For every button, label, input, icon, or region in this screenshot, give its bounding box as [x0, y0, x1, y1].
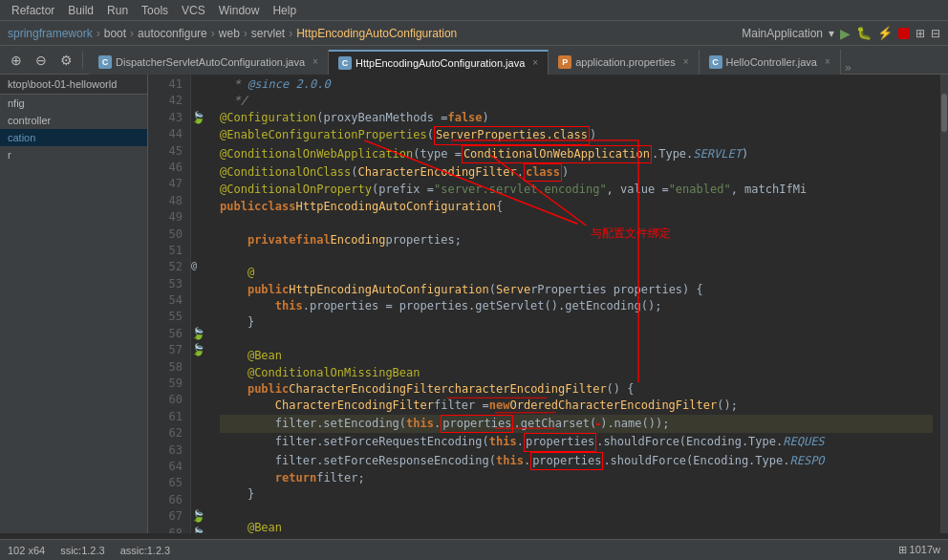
- tab-label-active: HttpEncodingAutoConfiguration.java: [356, 57, 525, 69]
- sidebar-item-r[interactable]: r: [0, 146, 147, 163]
- tabs-bar: C DispatcherServletAutoConfiguration.jav…: [89, 46, 942, 75]
- menu-refactor[interactable]: Refactor: [6, 2, 60, 19]
- code-line-67: @Bean: [220, 520, 933, 533]
- tab-properties-icon: P: [558, 55, 571, 69]
- code-line-44: @EnableConfigurationProperties(ServerPro…: [220, 126, 933, 144]
- sidebar-item-controller[interactable]: controller: [0, 112, 147, 129]
- code-content[interactable]: * @since 2.0.0 */ @Configuration(proxyBe…: [212, 75, 940, 533]
- line-num-50: 50: [148, 226, 183, 243]
- line-num-62: 62: [148, 425, 183, 442]
- code-line-59: public CharacterEncodingFilter character…: [220, 381, 933, 398]
- code-line-41: * @since 2.0.0: [220, 76, 933, 93]
- sidebar-header: ktop\boot-01-helloworld: [0, 75, 147, 95]
- line-num-45: 45: [148, 143, 183, 160]
- code-line-45: @ConditionalOnWebApplication(type = Cond…: [220, 145, 933, 163]
- extra-btn1[interactable]: ⊞: [916, 27, 925, 40]
- line-num-58: 58: [148, 359, 183, 376]
- tab-label: DispatcherServletAutoConfiguration.java: [116, 56, 305, 68]
- line-num-56: 56: [148, 326, 183, 342]
- sidebar-item-cation[interactable]: cation: [0, 129, 147, 146]
- line-num-63: 63: [148, 442, 183, 459]
- menu-tools[interactable]: Tools: [136, 2, 174, 19]
- extra-btn2[interactable]: ⊟: [931, 27, 940, 40]
- line-num-51: 51: [148, 243, 183, 259]
- line-num-46: 46: [148, 160, 183, 176]
- main-area: ktop\boot-01-helloworld nfig controller …: [0, 75, 948, 533]
- tab-dispatcher-servlet[interactable]: C DispatcherServletAutoConfiguration.jav…: [89, 50, 329, 75]
- toolbar-separator: [82, 52, 83, 69]
- breadcrumb-boot[interactable]: boot: [104, 27, 126, 40]
- breadcrumb-current-class[interactable]: HttpEncodingAutoConfiguration: [296, 27, 457, 40]
- tab-hello-icon: C: [709, 55, 722, 69]
- debug-button[interactable]: 🐛: [856, 26, 872, 40]
- tab-java-icon-active: C: [338, 56, 352, 70]
- profile-button[interactable]: ⚡: [877, 26, 893, 40]
- code-line-54: this.properties = properties.getServlet(…: [220, 298, 933, 314]
- code-line-61: filter.setEncoding(this.properties.getCh…: [220, 415, 933, 433]
- settings-button[interactable]: ⚙: [55, 50, 76, 71]
- tab-close-props[interactable]: ×: [683, 56, 689, 67]
- breadcrumb-springframework[interactable]: springframework: [8, 27, 93, 40]
- line-num-41: 41: [148, 76, 183, 93]
- breadcrumb-servlet[interactable]: servlet: [251, 27, 285, 40]
- menu-run[interactable]: Run: [101, 2, 134, 19]
- code-line-65: }: [220, 486, 933, 503]
- menu-window[interactable]: Window: [213, 2, 266, 19]
- line-num-66: 66: [148, 492, 183, 508]
- tab-close-hello[interactable]: ×: [825, 56, 830, 67]
- code-line-53: public HttpEncodingAutoConfiguration(Ser…: [220, 282, 933, 298]
- menu-build[interactable]: Build: [62, 2, 99, 19]
- line-num-53: 53: [148, 276, 183, 292]
- nav-back-button[interactable]: ⊕: [6, 50, 27, 71]
- sidebar: ktop\boot-01-helloworld nfig controller …: [0, 75, 148, 533]
- code-line-42: */: [220, 93, 933, 109]
- stop-button[interactable]: [898, 28, 910, 39]
- tab-hello-controller[interactable]: C HelloController.java ×: [700, 50, 841, 75]
- line-num-59: 59: [148, 376, 183, 392]
- line-numbers: 41 42 43 44 45 46 47 48 49 50 51 52 53 5…: [148, 75, 191, 533]
- line-num-64: 64: [148, 459, 183, 475]
- more-tabs[interactable]: »: [845, 61, 851, 75]
- tab-close[interactable]: ×: [312, 56, 318, 67]
- breadcrumb-bar: springframework › boot › autoconfigure ›…: [0, 21, 948, 46]
- run-button[interactable]: ▶: [840, 26, 851, 41]
- gutter: 🍃 @ 🍃🍃: [191, 75, 212, 533]
- code-line-62: filter.setForceRequestEncoding(this.prop…: [220, 433, 933, 451]
- status-bar: 102 x64 ssic:1.2.3 assic:1.2.3 ⊞ 1017w: [0, 539, 948, 560]
- scrollbar-right[interactable]: [940, 75, 948, 533]
- run-config-label: MainApplication: [742, 27, 823, 40]
- run-config-dropdown[interactable]: ▾: [829, 27, 834, 40]
- code-container: 41 42 43 44 45 46 47 48 49 50 51 52 53 5…: [148, 75, 948, 533]
- nav-forward-button[interactable]: ⊖: [31, 50, 52, 71]
- line-num-42: 42: [148, 93, 183, 109]
- tab-application-properties[interactable]: P application.properties ×: [549, 50, 699, 75]
- menu-vcs[interactable]: VCS: [176, 2, 211, 19]
- code-line-63: filter.setForceResponseEncoding(this.pro…: [220, 452, 933, 470]
- code-line-46: @ConditionalOnClass(CharacterEncodingFil…: [220, 163, 933, 182]
- status-encoding: ssic:1.2.3: [60, 545, 104, 556]
- menu-help[interactable]: Help: [267, 2, 302, 19]
- breadcrumb-web[interactable]: web: [219, 27, 240, 40]
- code-line-58: @ConditionalOnMissingBean: [220, 365, 933, 381]
- status-line-col: 102 x64: [8, 545, 45, 556]
- scrollbar-thumb[interactable]: [941, 94, 947, 132]
- line-num-57: 57: [148, 342, 183, 358]
- tab-close-active[interactable]: ×: [532, 57, 538, 68]
- code-line-66: [220, 504, 933, 520]
- code-line-57: @Bean: [220, 348, 933, 364]
- code-line-52: @: [220, 265, 933, 281]
- breadcrumb-autoconfigure[interactable]: autoconfigure: [138, 27, 207, 40]
- code-line-49: [220, 215, 933, 231]
- code-line-56: [220, 332, 933, 348]
- line-num-65: 65: [148, 475, 183, 491]
- editor-area: 41 42 43 44 45 46 47 48 49 50 51 52 53 5…: [148, 75, 948, 533]
- line-num-44: 44: [148, 126, 183, 142]
- tab-http-encoding[interactable]: C HttpEncodingAutoConfiguration.java ×: [329, 50, 549, 75]
- sidebar-item-nfig[interactable]: nfig: [0, 95, 147, 112]
- code-line-48: public class HttpEncodingAutoConfigurati…: [220, 199, 933, 215]
- line-num-55: 55: [148, 309, 183, 325]
- line-num-61: 61: [148, 409, 183, 425]
- code-line-50: private final Encoding properties;: [220, 232, 933, 248]
- code-line-60: CharacterEncodingFilter filter = new Ord…: [220, 398, 933, 414]
- tab-label-hello: HelloController.java: [726, 56, 817, 68]
